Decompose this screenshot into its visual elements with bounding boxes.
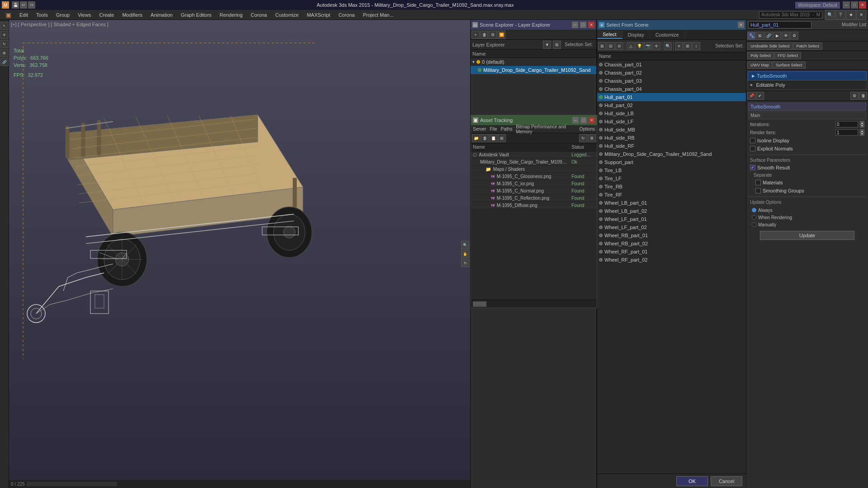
render-iters-down[interactable]: ▼ bbox=[860, 132, 864, 136]
menu-corona[interactable]: Corona bbox=[247, 11, 271, 19]
x-btn[interactable]: ✕ bbox=[856, 10, 866, 20]
active-btn[interactable]: ✔ bbox=[756, 92, 764, 100]
sp-close[interactable]: ✕ bbox=[738, 22, 744, 28]
tool-select[interactable]: ↖ bbox=[0, 22, 9, 30]
select-item-21[interactable]: Wheel_RB_part_01 bbox=[597, 231, 746, 239]
icon-modify[interactable]: ⊞ bbox=[756, 32, 764, 40]
nav-pan[interactable]: ✋ bbox=[461, 250, 469, 258]
select-item-1[interactable]: Chassis_part_02 bbox=[597, 69, 746, 77]
menu-create[interactable]: Create bbox=[95, 11, 118, 19]
at-tool4[interactable]: ⊞ bbox=[498, 134, 506, 142]
select-item-15[interactable]: Tire_RB bbox=[597, 183, 746, 191]
tool-move[interactable]: ✛ bbox=[0, 31, 9, 39]
pin-stack-btn[interactable]: 📌 bbox=[747, 92, 755, 100]
close-btn[interactable]: ✕ bbox=[859, 1, 866, 9]
select-item-3[interactable]: Chassis_part_04 bbox=[597, 85, 746, 93]
se-delete-btn[interactable]: 🗑 bbox=[480, 31, 488, 39]
model-group-item[interactable]: Military_Drop_Side_Cargo_Trailer_M1092_S… bbox=[471, 66, 596, 74]
select-list[interactable]: Chassis_part_01Chassis_part_02Chassis_pa… bbox=[597, 61, 746, 474]
maximize-btn[interactable]: □ bbox=[851, 1, 858, 9]
at-tool1[interactable]: 📁 bbox=[472, 134, 480, 142]
star-btn[interactable]: ★ bbox=[846, 10, 856, 20]
undo[interactable]: ↩ bbox=[20, 1, 27, 9]
when-rendering-radio[interactable] bbox=[752, 215, 756, 220]
select-item-6[interactable]: Hull_side_LB bbox=[597, 109, 746, 117]
select-item-11[interactable]: Military_Drop_Side_Cargo_Trailer_M1092_S… bbox=[597, 150, 746, 158]
le-tool2[interactable]: ⊞ bbox=[553, 41, 561, 49]
menu-group[interactable]: Group bbox=[52, 11, 74, 19]
at-close[interactable]: ✕ bbox=[589, 117, 595, 123]
explicit-normals-check[interactable] bbox=[750, 146, 755, 151]
menu-maxscript[interactable]: MAXScript bbox=[303, 11, 334, 19]
menu-edit[interactable]: Edit bbox=[16, 11, 32, 19]
select-item-24[interactable]: Wheel_RF_part_02 bbox=[597, 256, 746, 264]
sp-camera[interactable]: 📷 bbox=[644, 42, 652, 50]
surface-select-btn[interactable]: Surface Select bbox=[773, 61, 806, 69]
at-menu-bitmap[interactable]: Bitmap Performance and Memory bbox=[516, 124, 576, 134]
smooth-result-check[interactable]: ✔ bbox=[750, 165, 755, 170]
select-item-8[interactable]: Hull_side_MB bbox=[597, 126, 746, 134]
select-item-12[interactable]: Support_part bbox=[597, 158, 746, 166]
select-item-0[interactable]: Chassis_part_01 bbox=[597, 61, 746, 69]
icon-motion[interactable]: ▶ bbox=[773, 32, 781, 40]
ffd-select-btn[interactable]: FFD Select bbox=[774, 52, 801, 59]
tab-select[interactable]: Select bbox=[597, 31, 623, 39]
menu-animation[interactable]: Animation bbox=[147, 11, 176, 19]
at-map-row-1[interactable]: 🗺 M-1095_C_ior.png Found bbox=[471, 180, 597, 188]
manually-radio[interactable] bbox=[752, 222, 756, 227]
nav-orbit[interactable]: ↻ bbox=[461, 259, 469, 267]
icon-create[interactable]: 🔧 bbox=[747, 32, 755, 40]
tool-scale[interactable]: ⊞ bbox=[0, 49, 9, 57]
undoable-side-select-btn[interactable]: Undoable Side Select bbox=[747, 42, 793, 50]
always-radio[interactable] bbox=[752, 208, 756, 212]
isoline-check[interactable] bbox=[750, 138, 755, 143]
patch-select-btn[interactable]: Patch Select bbox=[793, 42, 823, 50]
at-map-row-2[interactable]: 🗺 M-1095_C_Normal.png Found bbox=[471, 188, 597, 195]
sp-tool-none[interactable]: ⊟ bbox=[607, 42, 615, 50]
se-settings-btn[interactable]: ⚙ bbox=[489, 31, 497, 39]
scene-explorer-maximize[interactable]: □ bbox=[580, 22, 586, 28]
nav-zoom[interactable]: 🔍 bbox=[461, 241, 469, 249]
sp-geom[interactable]: △ bbox=[627, 42, 635, 50]
sp-light[interactable]: 💡 bbox=[635, 42, 643, 50]
manually-row[interactable]: Manually bbox=[752, 221, 863, 228]
le-tool1[interactable]: ▼ bbox=[543, 41, 551, 49]
at-refresh[interactable]: ↻ bbox=[579, 134, 587, 142]
select-item-19[interactable]: Wheel_LF_part_01 bbox=[597, 215, 746, 223]
turbosmooth-stack-item[interactable]: ▶ TurboSmooth bbox=[748, 71, 867, 80]
select-item-23[interactable]: Wheel_RF_part_01 bbox=[597, 248, 746, 256]
select-item-18[interactable]: Wheel_LB_part_02 bbox=[597, 207, 746, 215]
menu-project-man[interactable]: Project Man... bbox=[359, 11, 397, 19]
sp-list2[interactable]: ⊞ bbox=[684, 42, 692, 50]
smoothing-groups-check[interactable] bbox=[755, 188, 761, 193]
se-filter-btn[interactable]: 🔽 bbox=[497, 31, 505, 39]
sp-sort[interactable]: ↕ bbox=[692, 42, 700, 50]
search-input[interactable] bbox=[759, 11, 822, 19]
iterations-input[interactable] bbox=[835, 121, 858, 127]
search-icon[interactable]: 🔍 bbox=[825, 10, 835, 20]
at-tool3[interactable]: 📋 bbox=[489, 134, 497, 142]
materials-check[interactable] bbox=[755, 180, 761, 185]
sp-tool-invert[interactable]: ⊘ bbox=[615, 42, 623, 50]
minimize-btn[interactable]: ─ bbox=[843, 1, 850, 9]
at-menu-options[interactable]: Options bbox=[580, 127, 595, 131]
at-map-row-0[interactable]: 🗺 M-1095_C_Glossiness.png Found bbox=[471, 173, 597, 180]
menu-views[interactable]: Views bbox=[74, 11, 94, 19]
select-item-7[interactable]: Hull_side_LF bbox=[597, 117, 746, 126]
at-maximize[interactable]: □ bbox=[580, 117, 587, 123]
render-iters-up[interactable]: ▲ bbox=[860, 129, 864, 132]
at-row-maps[interactable]: 📁 Maps / Shaders bbox=[471, 166, 597, 173]
update-button[interactable]: Update bbox=[760, 231, 854, 240]
icon-utilities[interactable]: ⚙ bbox=[790, 32, 798, 40]
scene-explorer-minimize[interactable]: ─ bbox=[572, 22, 578, 28]
uwv-map-btn[interactable]: UWV Map bbox=[747, 61, 772, 69]
render-iters-input[interactable] bbox=[835, 129, 858, 136]
select-item-5[interactable]: Hull_part_02 bbox=[597, 101, 746, 109]
select-item-2[interactable]: Chassis_part_03 bbox=[597, 77, 746, 85]
at-tool2[interactable]: 🗑 bbox=[481, 134, 489, 142]
at-menu-paths[interactable]: Paths bbox=[501, 127, 513, 131]
quick-save[interactable]: 💾 bbox=[12, 1, 19, 9]
poly-select-btn[interactable]: Poly Select bbox=[747, 52, 774, 59]
at-menu-file[interactable]: File bbox=[490, 127, 497, 131]
at-map-row-4[interactable]: 🗺 M-1095_Diffuse.png Found bbox=[471, 202, 597, 209]
